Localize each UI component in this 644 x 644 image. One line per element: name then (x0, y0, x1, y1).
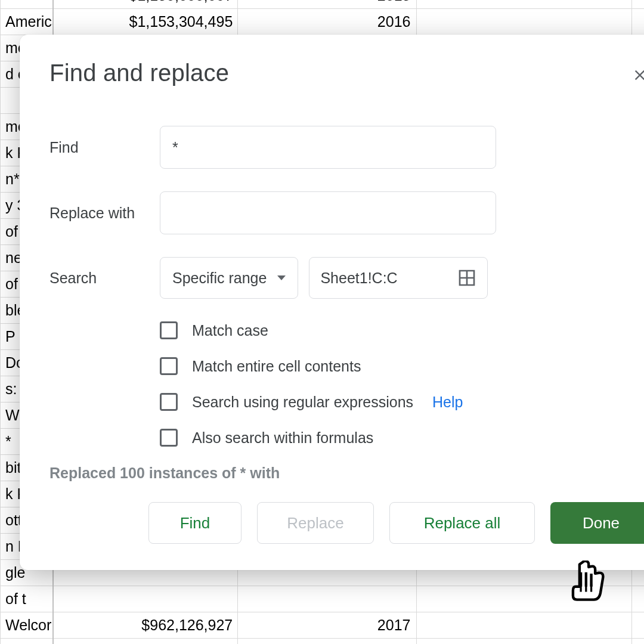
cell[interactable]: $962,126,927 (53, 612, 238, 639)
cell[interactable] (53, 586, 238, 612)
match-case-checkbox[interactable]: Match case (160, 321, 644, 339)
cell[interactable] (1, 0, 53, 9)
done-button[interactable]: Done (550, 502, 644, 544)
replace-button[interactable]: Replace (257, 502, 374, 544)
match-entire-label: Match entire cell contents (192, 358, 361, 375)
search-scope-select[interactable]: Specific range (160, 257, 298, 299)
cell[interactable] (417, 9, 631, 35)
find-input[interactable] (160, 126, 496, 169)
regex-label: Search using regular expressions (192, 394, 413, 411)
table-row[interactable]: $1,150,000,0072015 (1, 0, 645, 9)
replace-all-button[interactable]: Replace all (389, 502, 535, 544)
replace-with-label: Replace with (49, 205, 160, 222)
table-row[interactable]: of t (1, 586, 645, 612)
checkbox-icon (160, 429, 178, 447)
cell[interactable]: $060,283,305 (53, 639, 238, 645)
cell[interactable] (631, 9, 644, 35)
grid-select-icon[interactable] (457, 268, 476, 287)
cell[interactable] (631, 586, 644, 612)
checkbox-icon (160, 321, 178, 339)
cell[interactable] (417, 639, 631, 645)
close-icon[interactable] (628, 63, 644, 90)
match-entire-checkbox[interactable]: Match entire cell contents (160, 357, 644, 375)
cell[interactable] (417, 612, 631, 639)
cell[interactable]: 2015 (238, 0, 417, 9)
search-label: Search (49, 270, 160, 287)
within-formulas-checkbox[interactable]: Also search within formulas (160, 429, 644, 447)
cell[interactable] (631, 0, 644, 9)
search-scope-value: Specific range (172, 270, 267, 287)
checkbox-icon (160, 357, 178, 375)
cell[interactable] (238, 586, 417, 612)
regex-help-link[interactable]: Help (432, 394, 463, 411)
cell[interactable] (417, 0, 631, 9)
cell[interactable]: Welcor (1, 612, 53, 639)
cell[interactable] (631, 612, 644, 639)
find-replace-dialog: Find and replace Find Replace with Searc… (20, 35, 644, 570)
chevron-down-icon (277, 275, 286, 280)
cell[interactable]: tter and (1, 639, 53, 645)
table-row[interactable]: America$1,153,304,4952016 (1, 9, 645, 35)
cell[interactable] (631, 639, 644, 645)
cell[interactable]: 2016 (238, 9, 417, 35)
cell[interactable]: 2017 (238, 612, 417, 639)
dialog-title: Find and replace (49, 60, 229, 86)
cell[interactable]: 2010 (238, 639, 417, 645)
cell[interactable]: $1,153,304,495 (53, 9, 238, 35)
find-button[interactable]: Find (148, 502, 242, 544)
regex-checkbox[interactable]: Search using regular expressions Help (160, 393, 644, 411)
search-range-value: Sheet1!C:C (320, 270, 397, 287)
find-label: Find (49, 139, 160, 156)
checkbox-icon (160, 393, 178, 411)
status-message: Replaced 100 instances of * with (49, 465, 644, 482)
match-case-label: Match case (192, 322, 268, 339)
cell[interactable] (417, 586, 631, 612)
cell[interactable]: America (1, 9, 53, 35)
cell[interactable]: $1,150,000,007 (53, 0, 238, 9)
replace-input[interactable] (160, 191, 496, 234)
table-row[interactable]: Welcor$962,126,9272017 (1, 612, 645, 639)
cell[interactable]: of t (1, 586, 53, 612)
table-row[interactable]: tter and$060,283,3052010 (1, 639, 645, 645)
within-formulas-label: Also search within formulas (192, 429, 373, 447)
search-range-input[interactable]: Sheet1!C:C (309, 257, 488, 299)
